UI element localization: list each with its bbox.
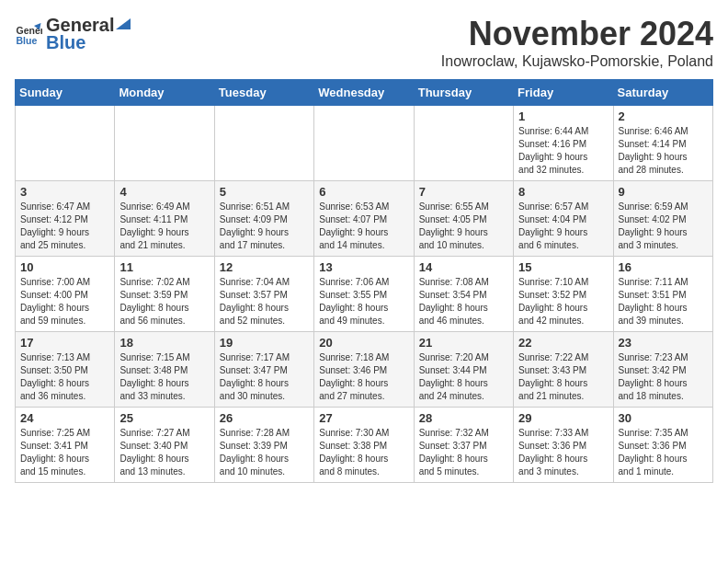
week-row-3: 10Sunrise: 7:00 AM Sunset: 4:00 PM Dayli…	[16, 257, 713, 332]
cell-w2-d3: 5Sunrise: 6:51 AM Sunset: 4:09 PM Daylig…	[214, 181, 313, 257]
day-number: 7	[419, 185, 508, 199]
cell-w2-d1: 3Sunrise: 6:47 AM Sunset: 4:12 PM Daylig…	[16, 181, 115, 257]
day-info: Sunrise: 6:44 AM Sunset: 4:16 PM Dayligh…	[518, 125, 608, 177]
cell-w3-d2: 11Sunrise: 7:02 AM Sunset: 3:59 PM Dayli…	[115, 257, 214, 332]
day-info: Sunrise: 7:04 AM Sunset: 3:57 PM Dayligh…	[220, 276, 309, 327]
day-info: Sunrise: 7:11 AM Sunset: 3:51 PM Dayligh…	[619, 276, 708, 327]
cell-w2-d4: 6Sunrise: 6:53 AM Sunset: 4:07 PM Daylig…	[314, 181, 414, 257]
cell-w3-d3: 12Sunrise: 7:04 AM Sunset: 3:57 PM Dayli…	[214, 257, 313, 332]
day-info: Sunrise: 6:57 AM Sunset: 4:04 PM Dayligh…	[518, 201, 608, 252]
day-number: 8	[518, 185, 608, 199]
header-monday: Monday	[115, 80, 214, 106]
day-number: 25	[119, 411, 209, 425]
cell-w4-d3: 19Sunrise: 7:17 AM Sunset: 3:47 PM Dayli…	[214, 332, 313, 408]
day-info: Sunrise: 7:17 AM Sunset: 3:47 PM Dayligh…	[220, 351, 309, 403]
cell-w2-d5: 7Sunrise: 6:55 AM Sunset: 4:05 PM Daylig…	[414, 181, 513, 257]
day-info: Sunrise: 7:27 AM Sunset: 3:40 PM Dayligh…	[119, 427, 209, 478]
cell-w1-d1	[16, 106, 115, 181]
day-number: 4	[119, 185, 209, 199]
month-title: November 2024	[441, 15, 713, 53]
svg-text:Blue: Blue	[17, 35, 38, 46]
cell-w4-d1: 17Sunrise: 7:13 AM Sunset: 3:50 PM Dayli…	[16, 332, 115, 408]
day-number: 13	[319, 260, 408, 274]
header: General Blue General Blue November 2024 …	[15, 15, 713, 70]
cell-w2-d6: 8Sunrise: 6:57 AM Sunset: 4:04 PM Daylig…	[514, 181, 613, 257]
week-row-2: 3Sunrise: 6:47 AM Sunset: 4:12 PM Daylig…	[16, 181, 713, 257]
day-info: Sunrise: 7:02 AM Sunset: 3:59 PM Dayligh…	[119, 276, 209, 327]
cell-w1-d6: 1Sunrise: 6:44 AM Sunset: 4:16 PM Daylig…	[514, 106, 613, 181]
day-info: Sunrise: 6:53 AM Sunset: 4:07 PM Dayligh…	[319, 201, 408, 252]
cell-w1-d5	[414, 106, 513, 181]
week-row-5: 24Sunrise: 7:25 AM Sunset: 3:41 PM Dayli…	[16, 408, 713, 483]
location-title: Inowroclaw, Kujawsko-Pomorskie, Poland	[441, 53, 713, 70]
cell-w5-d2: 25Sunrise: 7:27 AM Sunset: 3:40 PM Dayli…	[115, 408, 214, 483]
header-wednesday: Wednesday	[314, 80, 414, 106]
day-number: 21	[419, 336, 508, 350]
day-number: 1	[518, 109, 608, 123]
day-info: Sunrise: 7:22 AM Sunset: 3:43 PM Dayligh…	[518, 351, 608, 403]
day-info: Sunrise: 6:51 AM Sunset: 4:09 PM Dayligh…	[220, 201, 309, 252]
logo: General Blue General Blue	[15, 15, 132, 53]
day-number: 9	[619, 185, 708, 199]
header-tuesday: Tuesday	[214, 80, 313, 106]
cell-w2-d2: 4Sunrise: 6:49 AM Sunset: 4:11 PM Daylig…	[115, 181, 214, 257]
day-number: 26	[220, 411, 309, 425]
day-number: 10	[20, 260, 109, 274]
day-number: 22	[518, 336, 608, 350]
calendar-table: SundayMondayTuesdayWednesdayThursdayFrid…	[15, 79, 713, 483]
day-info: Sunrise: 7:08 AM Sunset: 3:54 PM Dayligh…	[419, 276, 508, 327]
day-number: 16	[619, 260, 708, 274]
day-number: 30	[619, 411, 708, 425]
day-info: Sunrise: 7:20 AM Sunset: 3:44 PM Dayligh…	[419, 351, 508, 403]
day-info: Sunrise: 7:32 AM Sunset: 3:37 PM Dayligh…	[419, 427, 508, 478]
cell-w4-d4: 20Sunrise: 7:18 AM Sunset: 3:46 PM Dayli…	[314, 332, 414, 408]
day-number: 3	[20, 185, 109, 199]
day-info: Sunrise: 7:28 AM Sunset: 3:39 PM Dayligh…	[220, 427, 309, 478]
day-number: 23	[619, 336, 708, 350]
day-info: Sunrise: 6:46 AM Sunset: 4:14 PM Dayligh…	[619, 125, 708, 177]
day-number: 12	[220, 260, 309, 274]
cell-w4-d7: 23Sunrise: 7:23 AM Sunset: 3:42 PM Dayli…	[613, 332, 712, 408]
day-info: Sunrise: 7:30 AM Sunset: 3:38 PM Dayligh…	[319, 427, 408, 478]
day-info: Sunrise: 7:25 AM Sunset: 3:41 PM Dayligh…	[20, 427, 109, 478]
header-thursday: Thursday	[414, 80, 513, 106]
logo-triangle	[114, 17, 132, 31]
day-number: 17	[20, 336, 109, 350]
day-info: Sunrise: 7:13 AM Sunset: 3:50 PM Dayligh…	[20, 351, 109, 403]
header-saturday: Saturday	[613, 80, 712, 106]
day-info: Sunrise: 7:23 AM Sunset: 3:42 PM Dayligh…	[619, 351, 708, 403]
svg-marker-2	[116, 18, 131, 29]
header-friday: Friday	[514, 80, 613, 106]
day-number: 19	[220, 336, 309, 350]
day-info: Sunrise: 7:00 AM Sunset: 4:00 PM Dayligh…	[20, 276, 109, 327]
day-info: Sunrise: 6:49 AM Sunset: 4:11 PM Dayligh…	[119, 201, 209, 252]
cell-w4-d5: 21Sunrise: 7:20 AM Sunset: 3:44 PM Dayli…	[414, 332, 513, 408]
cell-w3-d6: 15Sunrise: 7:10 AM Sunset: 3:52 PM Dayli…	[514, 257, 613, 332]
cell-w5-d3: 26Sunrise: 7:28 AM Sunset: 3:39 PM Dayli…	[214, 408, 313, 483]
cell-w3-d1: 10Sunrise: 7:00 AM Sunset: 4:00 PM Dayli…	[16, 257, 115, 332]
day-number: 15	[518, 260, 608, 274]
week-row-1: 1Sunrise: 6:44 AM Sunset: 4:16 PM Daylig…	[16, 106, 713, 181]
cell-w1-d7: 2Sunrise: 6:46 AM Sunset: 4:14 PM Daylig…	[613, 106, 712, 181]
cell-w5-d1: 24Sunrise: 7:25 AM Sunset: 3:41 PM Dayli…	[16, 408, 115, 483]
cell-w3-d7: 16Sunrise: 7:11 AM Sunset: 3:51 PM Dayli…	[613, 257, 712, 332]
cell-w4-d6: 22Sunrise: 7:22 AM Sunset: 3:43 PM Dayli…	[514, 332, 613, 408]
cell-w5-d5: 28Sunrise: 7:32 AM Sunset: 3:37 PM Dayli…	[414, 408, 513, 483]
day-info: Sunrise: 6:55 AM Sunset: 4:05 PM Dayligh…	[419, 201, 508, 252]
title-section: November 2024 Inowroclaw, Kujawsko-Pomor…	[441, 15, 713, 70]
day-number: 18	[119, 336, 209, 350]
cell-w1-d2	[115, 106, 214, 181]
day-info: Sunrise: 7:18 AM Sunset: 3:46 PM Dayligh…	[319, 351, 408, 403]
cell-w3-d4: 13Sunrise: 7:06 AM Sunset: 3:55 PM Dayli…	[314, 257, 414, 332]
cell-w3-d5: 14Sunrise: 7:08 AM Sunset: 3:54 PM Dayli…	[414, 257, 513, 332]
day-info: Sunrise: 7:15 AM Sunset: 3:48 PM Dayligh…	[119, 351, 209, 403]
day-number: 20	[319, 336, 408, 350]
day-number: 27	[319, 411, 408, 425]
day-info: Sunrise: 7:10 AM Sunset: 3:52 PM Dayligh…	[518, 276, 608, 327]
cell-w5-d7: 30Sunrise: 7:35 AM Sunset: 3:36 PM Dayli…	[613, 408, 712, 483]
cell-w2-d7: 9Sunrise: 6:59 AM Sunset: 4:02 PM Daylig…	[613, 181, 712, 257]
logo-icon: General Blue	[15, 20, 42, 48]
day-number: 5	[220, 185, 309, 199]
day-info: Sunrise: 6:59 AM Sunset: 4:02 PM Dayligh…	[619, 201, 708, 252]
day-info: Sunrise: 7:06 AM Sunset: 3:55 PM Dayligh…	[319, 276, 408, 327]
